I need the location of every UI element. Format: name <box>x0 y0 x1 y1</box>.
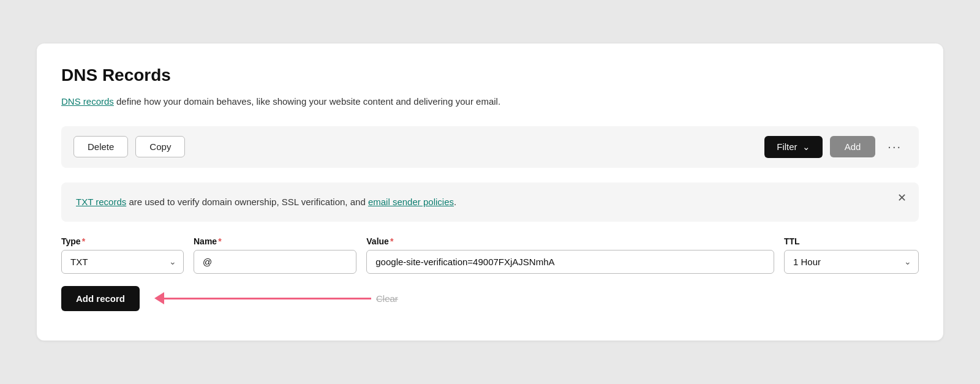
arrow-indicator: Clear <box>154 292 919 304</box>
description: DNS records define how your domain behav… <box>61 95 919 109</box>
delete-button[interactable]: Delete <box>74 136 128 157</box>
type-select-wrapper: TXT A AAAA CNAME MX NS SRV ⌄ <box>61 250 184 274</box>
copy-button[interactable]: Copy <box>135 136 185 157</box>
name-input[interactable] <box>194 250 356 274</box>
toolbar: Delete Copy Filter ⌄ Add ··· <box>61 126 919 168</box>
form-fields-row: Type* TXT A AAAA CNAME MX NS SRV ⌄ <box>61 236 919 274</box>
type-select[interactable]: TXT A AAAA CNAME MX NS SRV <box>61 250 184 274</box>
ttl-select-wrapper: 1 Hour 30 Minutes 1 Day Custom ⌄ <box>784 250 919 274</box>
form-actions-row: Add record Clear <box>61 286 919 311</box>
value-required-indicator: * <box>390 236 393 246</box>
name-label: Name* <box>194 236 356 246</box>
ttl-field-group: TTL 1 Hour 30 Minutes 1 Day Custom ⌄ <box>784 236 919 274</box>
toolbar-right: Filter ⌄ Add ··· <box>764 136 907 158</box>
toolbar-left: Delete Copy <box>74 136 185 157</box>
txt-records-link[interactable]: TXT records <box>76 197 126 207</box>
clear-button[interactable]: Clear <box>376 293 398 304</box>
type-label: Type* <box>61 236 184 246</box>
value-field-group: Value* <box>366 236 774 274</box>
name-field-group: Name* <box>194 236 356 274</box>
add-record-button[interactable]: Add record <box>61 286 140 311</box>
page-title: DNS Records <box>61 66 919 85</box>
add-button[interactable]: Add <box>830 136 876 157</box>
chevron-down-icon: ⌄ <box>802 141 810 152</box>
type-required-indicator: * <box>82 236 85 246</box>
add-record-form: Type* TXT A AAAA CNAME MX NS SRV ⌄ <box>61 236 919 318</box>
ttl-label: TTL <box>784 236 919 246</box>
close-banner-button[interactable]: ✕ <box>897 192 907 203</box>
ttl-select[interactable]: 1 Hour 30 Minutes 1 Day Custom <box>784 250 919 274</box>
dns-records-card: DNS Records DNS records define how your … <box>37 43 943 341</box>
value-input[interactable] <box>366 250 774 274</box>
dns-records-link[interactable]: DNS records <box>61 96 114 107</box>
type-field-group: Type* TXT A AAAA CNAME MX NS SRV ⌄ <box>61 236 184 274</box>
arrow-line <box>163 298 371 299</box>
info-banner: TXT records are used to verify domain ow… <box>61 183 919 222</box>
value-label: Value* <box>366 236 774 246</box>
more-options-button[interactable]: ··· <box>883 137 907 156</box>
email-sender-policies-link[interactable]: email sender policies <box>368 197 454 207</box>
filter-button[interactable]: Filter ⌄ <box>764 136 822 158</box>
name-required-indicator: * <box>218 236 221 246</box>
